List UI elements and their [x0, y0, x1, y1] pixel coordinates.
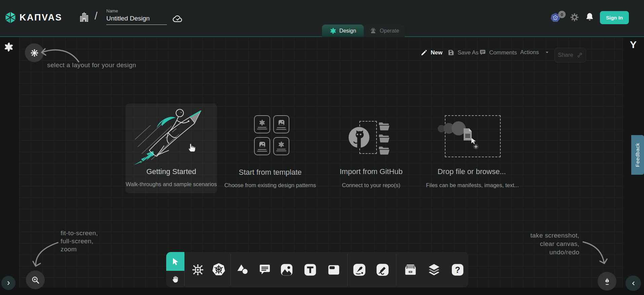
tab-design-label: Design — [339, 28, 356, 34]
zoom-hint-text: fit-to-screen, full-screen, zoom — [61, 229, 98, 253]
getting-started-card[interactable] — [126, 103, 217, 193]
github-octocat-icon — [348, 126, 370, 149]
tool-dock — [166, 252, 468, 287]
hand-cursor-icon — [186, 140, 199, 153]
text-t-icon — [303, 263, 317, 277]
new-button[interactable]: New — [421, 49, 442, 56]
rocket-doodle-illustration — [132, 106, 210, 166]
pen-tool-button[interactable] — [351, 262, 367, 278]
plus-badge-icon — [473, 144, 479, 150]
help-tool-button[interactable] — [450, 262, 466, 278]
design-spiral-icon — [330, 28, 336, 34]
sketch-tool-button[interactable] — [374, 262, 391, 278]
new-label: New — [431, 49, 442, 56]
brand-title[interactable]: KAΠVAS — [20, 12, 62, 23]
kubernetes-wheel-icon — [211, 262, 226, 277]
image-tool-button[interactable] — [279, 262, 295, 278]
breadcrumb-separator: / — [95, 10, 98, 22]
drawer-tool-button[interactable] — [402, 262, 419, 278]
shapes-icon — [236, 263, 250, 277]
actions-label: Actions — [520, 49, 539, 56]
chevron-right-icon — [5, 280, 12, 286]
spiral-thumb-icon — [259, 119, 265, 126]
drawing-controls-button[interactable] — [598, 272, 616, 291]
getting-started-subtitle: Walk-throughs and sample scenarios — [126, 181, 217, 187]
operate-headset-icon — [369, 27, 377, 35]
text-tool-button[interactable] — [302, 262, 318, 278]
layers-tool-button[interactable] — [426, 262, 442, 278]
repo-folder-icon — [378, 134, 390, 144]
design-name-input[interactable] — [106, 15, 167, 25]
pan-tool-button[interactable] — [166, 271, 184, 287]
bottom-strip — [0, 288, 644, 295]
comment-bubble-icon — [258, 263, 272, 277]
comments-button[interactable]: Comments — [479, 49, 517, 56]
template-subtitle: Choose from existing design patterns — [224, 182, 316, 188]
zoom-in-icon — [31, 276, 40, 285]
organization-building-icon[interactable] — [78, 11, 90, 24]
layout-hint-text: select a layout for your design — [47, 61, 136, 69]
chevron-down-icon — [545, 50, 549, 55]
notifications-bell-icon[interactable] — [585, 12, 595, 22]
kubernetes-tool-button[interactable] — [211, 262, 227, 278]
kanvas-logo-icon[interactable] — [4, 11, 17, 24]
new-pencil-icon — [421, 49, 428, 56]
collapse-right-panel-button[interactable] — [625, 276, 641, 291]
template-thumb — [273, 115, 289, 133]
layers-icon — [427, 262, 441, 277]
repo-folder-icon — [378, 146, 390, 156]
design-name-label: Name — [106, 8, 118, 13]
question-mark-icon — [451, 263, 465, 277]
template-thumb — [273, 137, 289, 155]
getting-started-title: Getting Started — [146, 167, 196, 176]
hand-icon — [171, 275, 180, 284]
save-as-button[interactable]: Save As — [448, 49, 478, 56]
note-icon — [327, 263, 341, 277]
save-as-label: Save As — [458, 49, 478, 56]
actions-dropdown[interactable]: Actions — [520, 49, 549, 56]
meshery-spiral-icon — [4, 42, 14, 52]
share-link-icon — [577, 52, 583, 58]
left-rail — [0, 38, 20, 288]
image-icon — [280, 263, 294, 277]
screenshot-hint-text: take screenshot, clear canvas, undo/redo — [505, 231, 579, 256]
pen-path-icon — [352, 263, 366, 277]
tab-design[interactable]: Design — [322, 25, 364, 37]
header: KAΠVAS / Name 0 Sign In Design Operate — [0, 0, 644, 37]
chevron-left-icon — [630, 280, 637, 287]
feedback-tab[interactable]: Feedback — [631, 135, 644, 175]
pen-nib-icon — [603, 277, 612, 286]
share-button[interactable]: Share — [554, 48, 586, 62]
kanvas-app: KAΠVAS / Name 0 Sign In Design Operate Y… — [0, 0, 644, 295]
template-thumb — [254, 137, 270, 155]
kubernetes-context-badge: 0 — [558, 11, 566, 18]
screenshot-hint-arrow — [581, 239, 609, 267]
comment-bubble-icon — [479, 49, 486, 56]
note-tool-button[interactable] — [326, 262, 342, 278]
comments-label: Comments — [489, 49, 517, 56]
component-tool-button[interactable] — [190, 262, 206, 278]
image-thumb-icon — [278, 119, 285, 126]
tab-operate[interactable]: Operate — [364, 25, 405, 37]
cloud-saved-icon — [172, 14, 184, 25]
drop-title: Drop file or browse... — [438, 167, 506, 176]
sign-in-button[interactable]: Sign In — [600, 11, 629, 24]
github-subtitle: Connect to your repo(s) — [342, 182, 400, 188]
image-thumb-icon — [259, 141, 266, 148]
select-tool-button[interactable] — [166, 252, 184, 271]
share-label: Share — [558, 52, 573, 58]
template-title: Start from template — [239, 168, 301, 177]
settings-gear-icon[interactable] — [570, 13, 579, 22]
spiral-thumb-icon — [278, 141, 285, 148]
drop-subtitle: Files can be manifests, images, text... — [426, 182, 519, 188]
drawer-archive-icon — [403, 262, 418, 277]
zoom-hint-arrow — [30, 239, 61, 270]
expand-left-panel-button[interactable] — [1, 276, 15, 290]
github-title: Import from GitHub — [339, 167, 402, 176]
shapes-tool-button[interactable] — [235, 262, 251, 278]
repo-folder-icon — [378, 122, 390, 132]
comment-tool-button[interactable] — [257, 262, 273, 278]
y-logo-icon: Y — [625, 39, 641, 50]
pencil-scribble-icon — [375, 263, 390, 277]
zoom-controls-button[interactable] — [26, 270, 45, 289]
